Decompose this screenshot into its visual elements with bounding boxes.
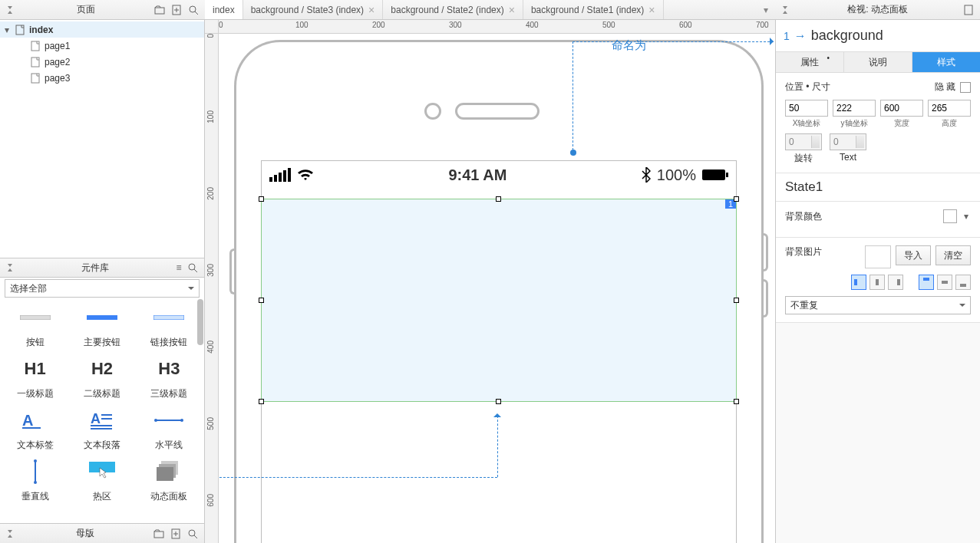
tab-style[interactable]: 样式 [912, 52, 980, 72]
import-button[interactable]: 导入 [896, 245, 931, 265]
resize-handle[interactable] [496, 196, 501, 202]
library-menu-icon[interactable]: ≡ [172, 261, 186, 275]
selected-widget[interactable]: 1 [261, 199, 737, 402]
widget-text-label[interactable]: A文本标签 [3, 406, 67, 452]
svg-rect-0 [155, 8, 164, 14]
page-tree-item[interactable]: page1 [0, 38, 204, 54]
tab-state2[interactable]: background / State2 (index)× [383, 0, 523, 19]
close-icon[interactable]: × [648, 4, 655, 16]
annotation-dot [570, 150, 576, 156]
search-masters-icon[interactable] [186, 527, 200, 541]
widget-thumb [150, 304, 187, 331]
repeat-select[interactable]: 不重复 [785, 296, 971, 314]
widget-button[interactable]: 按钮 [3, 304, 67, 349]
bg-color-swatch[interactable] [943, 209, 957, 223]
signal-icon [269, 168, 291, 182]
resize-handle[interactable] [259, 196, 264, 202]
clear-button[interactable]: 清空 [935, 245, 971, 265]
tab-index[interactable]: index [205, 0, 243, 19]
document-tabs: index background / State3 (index)× backg… [205, 0, 775, 20]
y-input[interactable] [833, 100, 876, 117]
widget-primary-button[interactable]: 主要按钮 [70, 304, 134, 349]
masters-collapse-icon[interactable] [5, 527, 18, 541]
widget-vr[interactable]: 垂直线 [3, 458, 67, 503]
page-tree-item[interactable]: page3 [0, 70, 204, 86]
resize-handle[interactable] [734, 399, 739, 404]
widget-dynamic-panel[interactable]: 动态面板 [137, 458, 201, 503]
rotation-input[interactable]: 0 [785, 133, 822, 150]
scrollbar[interactable] [196, 299, 204, 523]
search-pages-icon[interactable] [186, 3, 200, 17]
widget-h3[interactable]: H3三级标题 [137, 355, 201, 400]
valign-bottom-icon[interactable] [955, 275, 971, 290]
widget-hotspot[interactable]: 热区 [70, 458, 134, 503]
tab-state1[interactable]: background / State1 (index)× [523, 0, 664, 19]
resize-handle[interactable] [259, 298, 264, 303]
inspector-page-icon[interactable] [962, 3, 975, 17]
widget-h1[interactable]: H1一级标题 [3, 355, 67, 400]
hide-checkbox[interactable] [960, 82, 971, 93]
tab-notes[interactable]: 说明 [844, 52, 912, 72]
valign-top-icon[interactable] [919, 275, 934, 290]
ruler-horizontal[interactable]: 0100200300400500600700 [219, 20, 775, 34]
valign-middle-icon[interactable] [937, 275, 952, 290]
page-tree-root[interactable]: ▾ index [0, 21, 204, 38]
widget-thumb [150, 458, 187, 485]
pages-collapse-icon[interactable] [5, 3, 18, 17]
close-icon[interactable]: × [509, 4, 515, 16]
add-master-folder-icon[interactable] [152, 527, 166, 541]
widget-name[interactable]: background [811, 28, 883, 44]
device-camera [424, 103, 441, 120]
page-icon [31, 57, 41, 67]
svg-point-24 [34, 481, 37, 484]
svg-rect-20 [156, 420, 182, 421]
halign-center-icon[interactable] [869, 275, 885, 290]
canvas[interactable]: 9:41 AM 100% 1 命名为 [219, 34, 775, 543]
widget-thumb [17, 458, 54, 485]
device-button-right [764, 233, 768, 272]
resize-handle[interactable] [734, 196, 739, 202]
tab-properties[interactable]: 属性• [776, 52, 844, 72]
widget-h2[interactable]: H2二级标题 [70, 355, 134, 400]
close-icon[interactable]: × [368, 4, 375, 16]
halign-right-icon[interactable] [888, 275, 903, 290]
widget-paragraph[interactable]: A文本段落 [70, 406, 134, 452]
annotation-label: 命名为 [612, 38, 646, 53]
library-collapse-icon[interactable] [5, 261, 18, 275]
disclosure-triangle-icon[interactable]: ▾ [5, 25, 12, 35]
ruler-vertical[interactable]: 0100200300400500600 [205, 34, 219, 543]
widget-label: 二级标题 [84, 387, 120, 400]
add-page-icon[interactable] [170, 3, 183, 17]
resize-handle[interactable] [496, 399, 501, 404]
resize-handle[interactable] [734, 298, 739, 303]
svg-rect-17 [91, 425, 112, 426]
tab-overflow-icon[interactable]: ▾ [757, 0, 775, 19]
widget-thumb: A [17, 406, 54, 434]
tab-state3[interactable]: background / State3 (index)× [243, 0, 384, 19]
library-select[interactable]: 选择全部 [5, 279, 200, 298]
text-rotation-input[interactable]: 0 [830, 133, 866, 150]
battery-percent: 100% [657, 166, 696, 184]
svg-rect-37 [923, 278, 929, 281]
library-search-icon[interactable] [186, 261, 200, 275]
chevron-down-icon[interactable]: ▾ [962, 211, 971, 222]
resize-handle[interactable] [259, 399, 264, 404]
bg-image-label: 背景图片 [785, 245, 860, 258]
bg-image-well[interactable] [865, 245, 891, 268]
widget-label: 热区 [93, 490, 111, 503]
annotation-arrow-icon [770, 38, 775, 45]
height-input[interactable] [928, 100, 971, 117]
widget-link-button[interactable]: 链接按钮 [137, 304, 201, 349]
inspector-name-row: 1 → background [776, 20, 980, 51]
svg-rect-3 [965, 5, 972, 15]
widget-hr[interactable]: 水平线 [137, 406, 201, 452]
width-input[interactable] [880, 100, 923, 117]
inspector-collapse-icon[interactable] [780, 3, 794, 17]
x-input[interactable] [785, 100, 828, 117]
add-folder-icon[interactable] [153, 3, 167, 17]
page-tree-item[interactable]: page2 [0, 54, 204, 70]
svg-rect-38 [942, 281, 948, 284]
halign-left-icon[interactable] [851, 275, 866, 290]
annotation-line [572, 41, 774, 42]
add-master-icon[interactable] [169, 527, 183, 541]
